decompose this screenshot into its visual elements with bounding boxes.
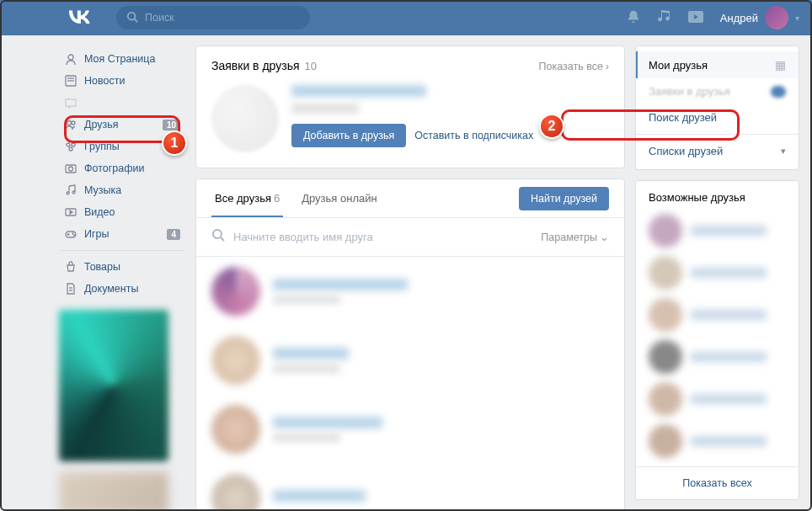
keep-subscriber-link[interactable]: Оставить в подписчиках <box>414 130 533 141</box>
friend-row[interactable] <box>196 326 624 395</box>
possible-friend-row[interactable] <box>649 256 786 290</box>
add-friend-button[interactable]: Добавить в друзья <box>291 124 406 147</box>
svg-point-15 <box>72 191 75 194</box>
possible-friends-title: Возможные друзья <box>649 191 786 204</box>
requests-title: Заявки в друзья <box>211 59 300 72</box>
sidebar-widget-2[interactable] <box>59 471 168 511</box>
annotation-badge-1: 1 <box>162 130 187 156</box>
nav-photos[interactable]: Фотографии <box>59 157 185 179</box>
games-badge: 4 <box>167 229 180 240</box>
search-params[interactable]: Параметры ⌄ <box>541 231 609 243</box>
search-icon <box>211 228 225 246</box>
possible-friend-row[interactable] <box>649 382 786 416</box>
nav-video[interactable]: Видео <box>59 201 185 223</box>
vk-logo[interactable] <box>67 10 91 26</box>
possible-friends-card: Возможные друзья Показать всех <box>635 180 799 500</box>
possible-friend-row[interactable] <box>649 214 786 248</box>
friend-avatar[interactable] <box>211 405 260 454</box>
friend-row[interactable] <box>196 395 624 464</box>
right-nav-card: Мои друзья▦ Заявки в друзья Поиск друзей… <box>635 45 799 170</box>
camera-icon <box>64 162 77 174</box>
svg-point-14 <box>67 192 69 194</box>
possible-avatar[interactable] <box>649 340 682 374</box>
friend-row[interactable] <box>196 257 624 326</box>
friends-tabs: Все друзья6 Друзья онлайн Найти друзей <box>196 179 624 218</box>
top-header: Андрей ▾ <box>0 0 812 35</box>
possible-name[interactable] <box>691 268 767 278</box>
friend-avatar[interactable] <box>211 336 260 385</box>
friend-name[interactable] <box>273 348 349 359</box>
svg-point-9 <box>67 143 70 146</box>
request-avatar[interactable] <box>211 85 279 152</box>
requests-badge <box>771 86 786 98</box>
nav-separator <box>59 250 185 251</box>
search-input[interactable] <box>145 12 300 24</box>
news-icon <box>64 75 77 87</box>
calendar-icon[interactable]: ▦ <box>775 58 786 72</box>
friend-name[interactable] <box>273 279 408 290</box>
possible-avatar[interactable] <box>649 382 682 416</box>
possible-name[interactable] <box>691 226 767 236</box>
music-nav-icon <box>64 184 77 196</box>
possible-name[interactable] <box>691 436 767 446</box>
nav-games[interactable]: Игры4 <box>59 223 185 245</box>
sidebar-widget-1[interactable] <box>59 310 168 461</box>
tab-all-friends[interactable]: Все друзья6 <box>211 180 283 216</box>
user-menu[interactable]: Андрей ▾ <box>720 6 799 29</box>
svg-point-20 <box>72 233 73 234</box>
friends-search-input[interactable] <box>233 231 541 243</box>
rnav-my-friends[interactable]: Мои друзья▦ <box>636 51 799 78</box>
friend-row[interactable] <box>196 464 624 511</box>
friend-avatar[interactable] <box>211 474 260 511</box>
possible-name[interactable] <box>691 310 767 320</box>
friend-subtext <box>273 434 340 442</box>
svg-point-21 <box>74 235 75 236</box>
friend-avatar[interactable] <box>211 267 260 316</box>
chevron-down-icon: ⌄ <box>600 231 609 243</box>
svg-line-25 <box>221 237 224 241</box>
notifications-icon[interactable] <box>626 9 641 27</box>
possible-name[interactable] <box>691 394 767 404</box>
show-all-requests[interactable]: Показать все › <box>539 61 609 72</box>
possible-friend-row[interactable] <box>649 340 786 374</box>
possible-avatar[interactable] <box>649 424 682 458</box>
chevron-down-icon: ▾ <box>795 13 799 23</box>
friend-requests-card: Заявки в друзья 10 Показать все › Добави… <box>195 45 625 168</box>
friend-name[interactable] <box>273 490 366 502</box>
nav-market[interactable]: Товары <box>59 256 185 278</box>
market-icon <box>64 261 77 273</box>
possible-avatar[interactable] <box>649 298 682 332</box>
friend-subtext <box>273 365 340 373</box>
possible-friend-row[interactable] <box>649 298 786 332</box>
friend-subtext <box>273 295 340 304</box>
svg-point-10 <box>72 143 75 146</box>
svg-point-24 <box>213 230 222 238</box>
possible-avatar[interactable] <box>649 256 682 290</box>
request-meta <box>291 104 359 114</box>
possible-name[interactable] <box>691 352 767 362</box>
nav-music[interactable]: Музыка <box>59 179 185 201</box>
find-friends-button[interactable]: Найти друзей <box>519 187 609 210</box>
rnav-requests[interactable]: Заявки в друзья <box>636 78 799 104</box>
user-avatar <box>765 6 788 29</box>
friend-name[interactable] <box>273 417 382 428</box>
docs-icon <box>64 283 77 295</box>
games-icon <box>64 228 77 240</box>
video-nav-icon <box>64 206 77 218</box>
requests-count: 10 <box>305 60 317 72</box>
request-name[interactable] <box>291 85 426 97</box>
music-icon[interactable] <box>658 10 671 26</box>
nav-messages[interactable] <box>59 92 185 114</box>
nav-docs[interactable]: Документы <box>59 278 185 300</box>
nav-news[interactable]: Новости <box>59 70 185 92</box>
nav-my-page[interactable]: Моя Страница <box>59 48 185 70</box>
video-icon[interactable] <box>688 11 703 25</box>
show-all-possible[interactable]: Показать всех <box>636 466 799 499</box>
possible-friend-row[interactable] <box>649 424 786 458</box>
possible-avatar[interactable] <box>649 214 682 248</box>
header-search[interactable] <box>116 6 310 29</box>
chevron-right-icon: › <box>606 61 609 72</box>
tab-online-friends[interactable]: Друзья онлайн <box>298 180 380 216</box>
rnav-friend-lists[interactable]: Списки друзей ▾ <box>636 138 799 164</box>
annotation-highlight-2 <box>561 109 740 141</box>
